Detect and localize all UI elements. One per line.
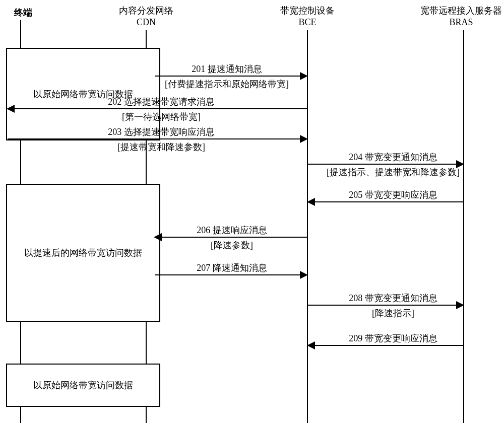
actor-terminal-header: 终端 [8, 7, 38, 19]
msg-201-arrow [155, 76, 307, 77]
msg-208-label: 208 带宽变更通知消息 [349, 292, 437, 304]
lifeline-bras [463, 30, 464, 423]
msg-205-arrow [308, 201, 463, 202]
lifeline-bce [307, 30, 308, 423]
actor-cdn-line1: 内容分发网络 [106, 5, 186, 17]
msg-204-sub: [提速指示、提速带宽和降速参数] [327, 166, 460, 178]
msg-203-label: 203 选择提速带宽响应消息 [108, 126, 215, 138]
arrow-head-right-icon [300, 271, 308, 279]
arrow-head-left-icon [7, 105, 15, 113]
msg-209-arrow [308, 345, 463, 346]
arrow-head-left-icon [307, 198, 315, 206]
arrow-head-right-icon [300, 135, 308, 143]
actor-bce-line2: BCE [267, 17, 348, 28]
actor-bce-header: 带宽控制设备 BCE [267, 5, 348, 29]
msg-209-label: 209 带宽变更响应消息 [349, 332, 437, 344]
msg-208-sub: [降速指示] [372, 307, 414, 319]
msg-204-label: 204 带宽变更通知消息 [349, 151, 437, 163]
msg-206-arrow [155, 237, 307, 238]
msg-206-label: 206 提速响应消息 [197, 224, 267, 236]
actor-bras-line1: 宽带远程接入服务器 [418, 5, 504, 17]
msg-202-sub: [第一待选网络带宽] [122, 111, 201, 123]
activation-box-2: 以提速后的网络带宽访问数据 [6, 184, 160, 322]
actor-bras-header: 宽带远程接入服务器 BRAS [418, 5, 504, 29]
msg-202-arrow [8, 108, 307, 109]
arrow-head-right-icon [456, 301, 464, 309]
actor-cdn-line2: CDN [106, 17, 186, 28]
actor-bras-line2: BRAS [418, 17, 504, 28]
msg-204-arrow [308, 164, 463, 165]
msg-201-sub: [付费提速指示和原始网络带宽] [165, 78, 289, 90]
msg-208-arrow [308, 305, 463, 306]
msg-203-sub: [提速带宽和降速参数] [117, 141, 205, 153]
msg-202-label: 202 选择提速带宽请求消息 [108, 96, 215, 108]
arrow-head-left-icon [154, 233, 162, 241]
arrow-head-right-icon [300, 72, 308, 80]
msg-207-label: 207 降速通知消息 [197, 262, 267, 274]
msg-206-sub: [降速参数] [211, 239, 253, 251]
actor-cdn-header: 内容分发网络 CDN [106, 5, 186, 29]
msg-201-label: 201 提速通知消息 [192, 63, 262, 75]
actor-bce-line1: 带宽控制设备 [267, 5, 348, 17]
msg-207-arrow [155, 274, 307, 275]
activation-box-3: 以原始网络带宽访问数据 [6, 364, 160, 407]
msg-205-label: 205 带宽变更响应消息 [349, 189, 437, 201]
arrow-head-left-icon [307, 341, 315, 349]
msg-203-arrow [8, 138, 307, 139]
